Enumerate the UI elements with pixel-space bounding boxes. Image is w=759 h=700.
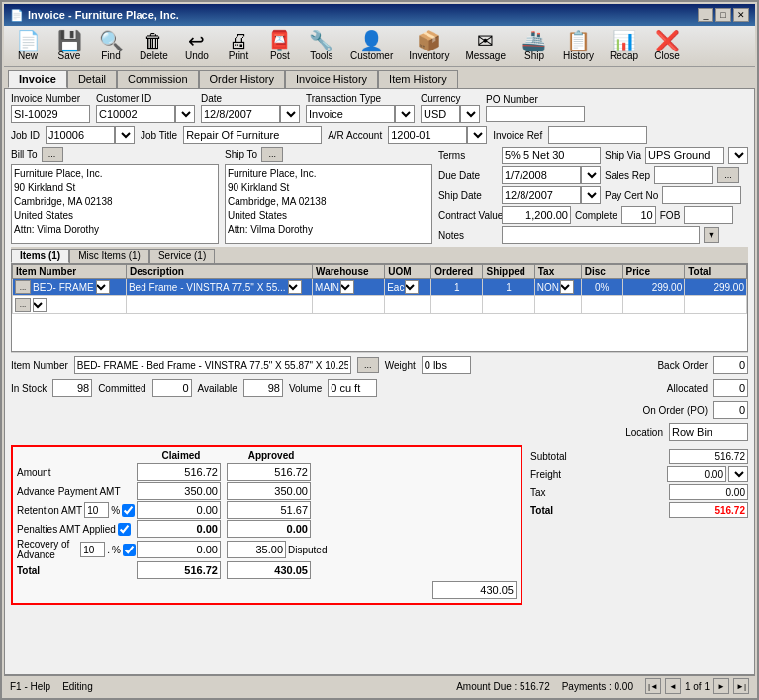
next-page-btn[interactable]: ► bbox=[713, 678, 729, 694]
customer-button[interactable]: 👤 Customer bbox=[343, 28, 400, 64]
job-id-dropdown[interactable] bbox=[115, 126, 135, 144]
first-page-btn[interactable]: |◄ bbox=[645, 678, 661, 694]
back-order-input[interactable] bbox=[713, 356, 748, 374]
freight-type-dropdown[interactable]: N bbox=[728, 466, 748, 482]
pay-cert-no-input[interactable] bbox=[662, 186, 741, 204]
close-window-button[interactable]: ❌ Close bbox=[647, 28, 687, 64]
tax-input[interactable] bbox=[669, 484, 748, 500]
fob-input[interactable] bbox=[684, 206, 733, 224]
transaction-type-input[interactable] bbox=[306, 105, 395, 123]
penalties-approved-input[interactable] bbox=[227, 520, 311, 538]
ship-via-dropdown[interactable] bbox=[728, 147, 748, 164]
undo-button[interactable]: ↩ Undo bbox=[177, 28, 217, 64]
tab-items[interactable]: Items (1) bbox=[11, 249, 69, 263]
last-page-btn[interactable]: ►| bbox=[733, 678, 749, 694]
ar-account-input[interactable] bbox=[388, 126, 467, 144]
recovery-approved-input[interactable] bbox=[227, 541, 286, 558]
amount-approved-input[interactable] bbox=[227, 463, 311, 481]
table-row[interactable]: ... BED- FRAME Bed Frame - VINSTRA 77.5"… bbox=[13, 279, 747, 296]
ship-via-input[interactable] bbox=[645, 147, 724, 164]
date-dropdown[interactable] bbox=[280, 105, 300, 123]
tab-item-history[interactable]: Item History bbox=[378, 70, 458, 88]
retention-pct-input[interactable] bbox=[84, 502, 109, 518]
notes-expand-button[interactable]: ▼ bbox=[704, 227, 719, 243]
invoice-ref-input[interactable] bbox=[548, 126, 647, 144]
subtotal-input[interactable] bbox=[669, 449, 748, 464]
committed-input[interactable] bbox=[152, 379, 192, 397]
terms-input[interactable] bbox=[502, 147, 601, 164]
tab-order-history[interactable]: Order History bbox=[199, 70, 285, 88]
job-id-input[interactable] bbox=[46, 126, 115, 144]
currency-dropdown[interactable]: USD bbox=[460, 105, 480, 123]
tools-button[interactable]: 🔧 Tools bbox=[302, 28, 341, 64]
ar-account-dropdown[interactable] bbox=[467, 126, 487, 144]
tab-invoice[interactable]: Invoice bbox=[8, 70, 67, 88]
find-button[interactable]: 🔍 Find bbox=[91, 28, 131, 64]
po-number-input[interactable] bbox=[486, 106, 585, 122]
retention-checkbox[interactable] bbox=[122, 504, 135, 517]
item-number-detail-input[interactable] bbox=[74, 356, 351, 374]
freight-input[interactable] bbox=[667, 466, 726, 482]
contract-value-input[interactable] bbox=[502, 206, 571, 224]
add-item-btn[interactable]: ... bbox=[15, 298, 31, 312]
available-input[interactable] bbox=[243, 379, 283, 397]
total-claimed-input[interactable] bbox=[137, 561, 221, 579]
customer-id-input[interactable] bbox=[96, 105, 175, 123]
recovery-checkbox[interactable] bbox=[123, 544, 136, 556]
retention-approved-input[interactable] bbox=[227, 501, 311, 519]
job-title-input[interactable] bbox=[183, 126, 322, 144]
recap-button[interactable]: 📊 Recap bbox=[603, 28, 645, 64]
recovery-pct-input[interactable] bbox=[80, 542, 105, 557]
currency-input[interactable] bbox=[421, 105, 460, 123]
print-button[interactable]: 🖨 Print bbox=[219, 28, 258, 64]
sales-rep-button[interactable]: ... bbox=[717, 167, 739, 183]
item-row-dropdown[interactable] bbox=[96, 280, 110, 294]
post-button[interactable]: 📮 Post bbox=[260, 28, 300, 64]
in-stock-input[interactable] bbox=[52, 379, 92, 397]
penalties-checkbox[interactable] bbox=[118, 523, 131, 536]
disputed-value-input[interactable] bbox=[432, 581, 517, 599]
tab-service[interactable]: Service (1) bbox=[149, 249, 215, 263]
ship-date-input[interactable] bbox=[502, 186, 581, 204]
date-input[interactable] bbox=[201, 105, 280, 123]
add-item-dropdown[interactable] bbox=[33, 298, 47, 312]
tab-detail[interactable]: Detail bbox=[67, 70, 117, 88]
penalties-claimed-input[interactable] bbox=[137, 520, 221, 538]
complete-input[interactable] bbox=[621, 206, 656, 224]
new-button[interactable]: 📄 New bbox=[8, 28, 47, 64]
weight-input[interactable] bbox=[422, 356, 471, 374]
advance-approved-input[interactable] bbox=[227, 482, 311, 500]
close-button[interactable]: ✕ bbox=[733, 8, 749, 22]
ship-button[interactable]: 🚢 Ship bbox=[515, 28, 554, 64]
ship-to-button[interactable]: ... bbox=[261, 147, 283, 162]
history-button[interactable]: 📋 History bbox=[556, 28, 601, 64]
due-date-dropdown[interactable] bbox=[581, 166, 601, 184]
tab-commission[interactable]: Commission bbox=[117, 70, 199, 88]
desc-dropdown[interactable] bbox=[288, 280, 302, 294]
delete-button[interactable]: 🗑 Delete bbox=[133, 28, 175, 64]
transaction-type-dropdown[interactable]: Invoice bbox=[395, 105, 415, 123]
prev-page-btn[interactable]: ◄ bbox=[665, 678, 681, 694]
tab-invoice-history[interactable]: Invoice History bbox=[285, 70, 378, 88]
retention-claimed-input[interactable] bbox=[137, 501, 221, 519]
total-approved-input[interactable] bbox=[227, 561, 311, 579]
location-input[interactable] bbox=[669, 423, 748, 441]
maximize-button[interactable]: □ bbox=[715, 8, 731, 22]
table-row-empty[interactable]: ... bbox=[13, 296, 747, 314]
due-date-input[interactable] bbox=[502, 166, 581, 184]
allocated-input[interactable] bbox=[713, 379, 748, 397]
advance-claimed-input[interactable] bbox=[137, 482, 221, 500]
warehouse-dropdown[interactable] bbox=[340, 280, 354, 294]
tab-misc-items[interactable]: Misc Items (1) bbox=[69, 249, 149, 263]
amount-claimed-input[interactable] bbox=[137, 463, 221, 481]
tax-dropdown[interactable] bbox=[560, 280, 574, 294]
uom-dropdown[interactable] bbox=[405, 280, 419, 294]
message-button[interactable]: ✉ Message bbox=[458, 28, 513, 64]
on-order-input[interactable] bbox=[713, 401, 748, 419]
minimize-button[interactable]: _ bbox=[698, 8, 713, 22]
save-button[interactable]: 💾 Save bbox=[49, 28, 89, 64]
customer-id-dropdown[interactable] bbox=[175, 105, 195, 123]
item-number-btn[interactable]: ... bbox=[15, 280, 31, 294]
grand-total-input[interactable] bbox=[669, 502, 748, 518]
sales-rep-input[interactable] bbox=[654, 166, 713, 184]
